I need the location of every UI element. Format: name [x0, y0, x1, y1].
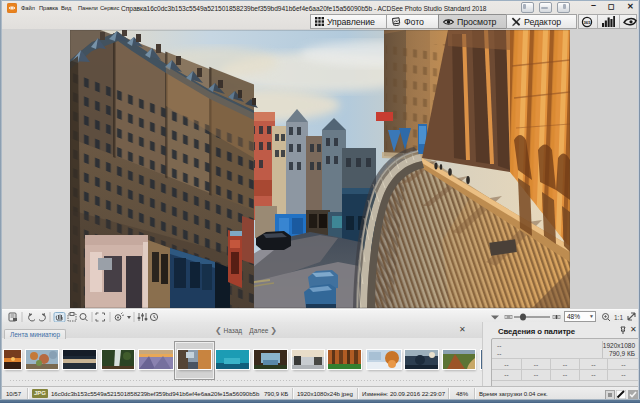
svg-text:365: 365	[584, 20, 592, 25]
svg-text:1:1: 1:1	[614, 314, 623, 321]
